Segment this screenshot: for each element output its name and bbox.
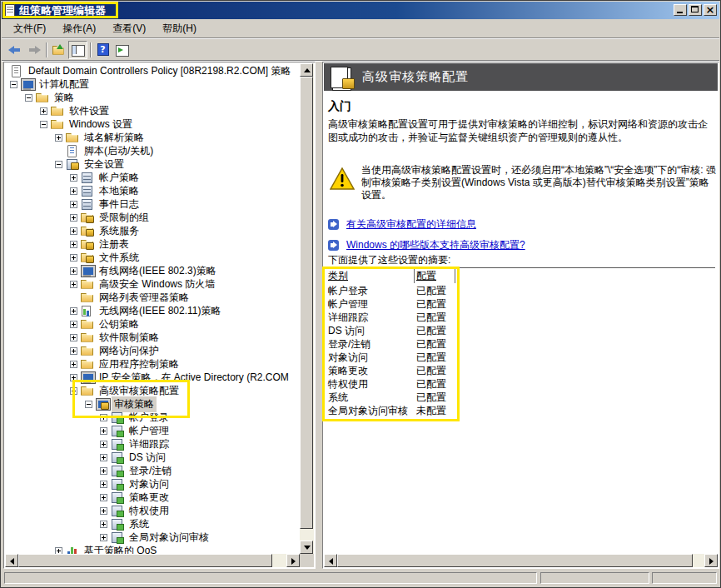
scroll-left-button[interactable] — [324, 554, 337, 567]
expander-icon[interactable] — [100, 454, 107, 461]
back-button[interactable] — [5, 41, 24, 59]
tree-item-icon — [81, 198, 94, 211]
expander-icon[interactable] — [85, 401, 92, 408]
horizontal-scroll-thumb[interactable] — [18, 554, 272, 567]
tree-item-icon — [81, 385, 94, 397]
menu-item[interactable]: 操作(A) — [55, 20, 103, 37]
expander-icon[interactable] — [40, 121, 47, 128]
expander-icon[interactable] — [10, 81, 17, 88]
scroll-right-button[interactable] — [704, 554, 718, 567]
expander-icon[interactable] — [100, 494, 107, 501]
tree-item[interactable]: 受限制的组 — [5, 211, 300, 224]
expander-icon[interactable] — [100, 521, 107, 528]
tree-item-icon — [111, 411, 124, 424]
expander-icon[interactable] — [70, 254, 77, 262]
tree-vertical-scrollbar[interactable] — [300, 63, 314, 554]
menu-item[interactable]: 查看(V) — [105, 20, 153, 37]
link-windows-versions[interactable]: Windows 的哪些版本支持高级审核配置? — [328, 238, 525, 252]
right-arrow-icon — [709, 558, 714, 565]
up-arrow-icon — [304, 68, 311, 72]
tree-item[interactable]: 帐户策略 — [5, 171, 300, 184]
summary-status-cell: 已配置 — [416, 297, 483, 311]
expander-icon[interactable] — [55, 161, 62, 168]
expander-icon[interactable] — [100, 481, 107, 488]
scroll-right-button[interactable] — [286, 554, 300, 567]
tree-item[interactable]: 注册表 — [5, 237, 300, 251]
expander-icon[interactable] — [70, 201, 77, 208]
tree-item[interactable]: 系统服务 — [5, 224, 300, 237]
tree-horizontal-scrollbar[interactable] — [5, 554, 300, 567]
expander-icon[interactable] — [70, 174, 77, 182]
tree-item[interactable]: 本地策略 — [5, 184, 300, 197]
link-label[interactable]: 有关高级审核配置的详细信息 — [346, 217, 476, 232]
expander-icon[interactable] — [70, 361, 77, 368]
column-header-category[interactable]: 类别 — [326, 269, 415, 283]
expander-icon[interactable] — [100, 467, 107, 475]
scroll-left-button[interactable] — [5, 554, 18, 567]
expander-icon[interactable] — [70, 321, 77, 328]
tree-item[interactable]: 安全设置 — [5, 157, 300, 171]
expander-icon[interactable] — [25, 94, 32, 102]
tree-item[interactable]: 事件日志 — [5, 197, 300, 211]
expander-icon[interactable] — [70, 267, 77, 275]
summary-table-top-line — [326, 267, 715, 268]
expander-icon[interactable] — [100, 441, 107, 448]
tree-item-label[interactable]: 基于策略的 QoS — [82, 543, 159, 555]
window-title: 组策略管理编辑器 — [19, 3, 106, 18]
scroll-up-button[interactable] — [300, 63, 313, 77]
column-header-label[interactable]: 配置 — [416, 269, 436, 283]
tree-item-icon — [81, 172, 94, 184]
menu-item[interactable]: 帮助(H) — [155, 20, 204, 37]
forward-button[interactable] — [24, 41, 43, 59]
link-advanced-audit-info[interactable]: 有关高级审核配置的详细信息 — [328, 217, 476, 232]
expander-icon[interactable] — [70, 187, 77, 195]
maximize-button[interactable] — [689, 4, 702, 16]
tree-item[interactable]: 策略 — [5, 91, 300, 104]
tree-item[interactable]: 无线网络(IEEE 802.11)策略 — [5, 304, 300, 317]
expander-icon[interactable] — [100, 507, 107, 515]
tree-item[interactable]: 基于策略的 QoS — [5, 544, 300, 554]
vertical-scroll-thumb[interactable] — [300, 77, 313, 529]
minimize-button[interactable] — [674, 4, 687, 16]
horizontal-scroll-thumb[interactable] — [337, 554, 693, 567]
help-button[interactable] — [93, 41, 112, 59]
title-bar[interactable]: 组策略管理编辑器 — [2, 2, 719, 19]
expander-icon[interactable] — [70, 307, 77, 315]
column-header-config[interactable]: 配置 — [415, 269, 455, 283]
up-level-button[interactable] — [49, 41, 68, 59]
menu-bar: 文件(F)操作(A)查看(V)帮助(H) — [2, 19, 719, 38]
detail-horizontal-scrollbar[interactable] — [324, 554, 718, 567]
tree-item[interactable]: 软件设置 — [5, 104, 300, 117]
console-tree-toggle-button[interactable] — [68, 41, 87, 59]
show-window-button[interactable] — [112, 41, 132, 59]
expander-icon[interactable] — [55, 134, 62, 142]
menu-item[interactable]: 文件(F) — [6, 20, 53, 37]
tree-item[interactable]: 脚本(启动/关机) — [5, 144, 300, 157]
expander-icon[interactable] — [100, 414, 107, 421]
close-button[interactable] — [704, 4, 717, 16]
tree-item-icon — [81, 371, 94, 384]
link-label[interactable]: Windows 的哪些版本支持高级审核配置? — [346, 238, 525, 252]
expander-icon[interactable] — [70, 334, 77, 341]
summary-status-cell: 已配置 — [416, 324, 483, 338]
tree-item[interactable]: 特权使用 — [5, 504, 300, 517]
expander-icon[interactable] — [100, 427, 107, 435]
expander-icon[interactable] — [70, 281, 77, 288]
expander-icon[interactable] — [100, 534, 107, 541]
expander-icon[interactable] — [70, 387, 77, 395]
expander-icon[interactable] — [70, 241, 77, 248]
tree-item[interactable]: 计算机配置 — [5, 77, 300, 91]
expander-icon[interactable] — [55, 547, 62, 555]
column-header-label[interactable]: 类别 — [328, 269, 348, 283]
expander-icon[interactable] — [40, 107, 47, 115]
scroll-down-button[interactable] — [300, 541, 313, 554]
intro-paragraph: 高级审核策略配置设置可用于提供对审核策略的详细控制，标识对网络和资源的攻击企图或… — [328, 117, 714, 144]
expander-icon[interactable] — [70, 374, 77, 381]
tree-item[interactable]: Windows 设置 — [5, 117, 300, 131]
expander-icon[interactable] — [70, 227, 77, 235]
panel-splitter[interactable] — [316, 62, 322, 569]
expander-icon[interactable] — [70, 214, 77, 222]
tree-item-icon — [66, 145, 79, 157]
right-arrow-icon — [291, 558, 296, 565]
expander-icon[interactable] — [70, 347, 77, 355]
